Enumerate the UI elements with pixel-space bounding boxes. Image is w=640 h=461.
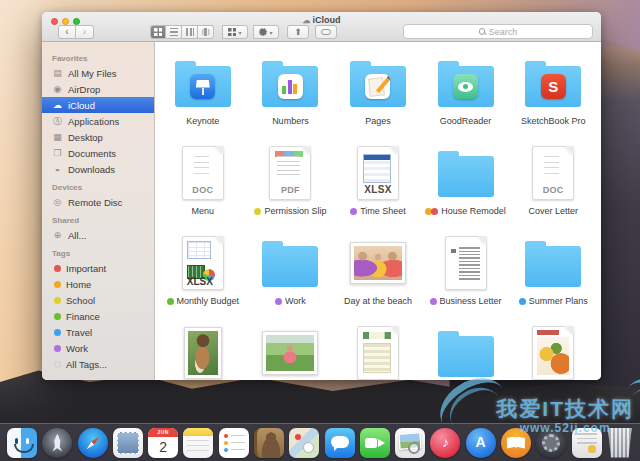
- document-icon: DOC: [532, 146, 574, 200]
- sidebar-item-all-tags[interactable]: All Tags...: [42, 356, 154, 372]
- file-item-menu[interactable]: DOCMenu: [159, 142, 247, 232]
- file-item-summer-plans[interactable]: Summer Plans: [509, 232, 597, 322]
- tag-dot-icon: [54, 265, 61, 272]
- dock-system-preferences-icon[interactable]: [536, 428, 566, 458]
- dock-itunes-icon[interactable]: ♪: [430, 428, 460, 458]
- sidebar-item-applications[interactable]: ⒶApplications: [42, 113, 154, 129]
- letter-document-icon: [445, 236, 487, 290]
- coverflow-view-button[interactable]: [198, 25, 214, 39]
- file-item-keynote[interactable]: Keynote: [159, 52, 247, 142]
- dock-reminders-icon[interactable]: [219, 428, 249, 458]
- file-label: Business Letter: [430, 296, 502, 306]
- column-view-button[interactable]: [182, 25, 198, 39]
- tags-button[interactable]: [315, 25, 337, 39]
- dock-facetime-icon[interactable]: [360, 428, 390, 458]
- sidebar-item-remote-disc[interactable]: ◎Remote Disc: [42, 194, 154, 210]
- dock-app-store-icon[interactable]: A: [466, 428, 496, 458]
- dock-launchpad-icon[interactable]: [42, 428, 72, 458]
- file-icon: [262, 52, 318, 114]
- file-item-sketchbook-pro[interactable]: SSketchBook Pro: [509, 52, 597, 142]
- dock-mail-icon[interactable]: [113, 428, 143, 458]
- downloads-icon: ◒: [52, 164, 63, 174]
- sidebar-item-all-my-files[interactable]: ▤All My Files: [42, 65, 154, 81]
- forward-button[interactable]: ›: [76, 25, 94, 39]
- dock-maps-icon[interactable]: [289, 428, 319, 458]
- file-name-text: Cover Letter: [528, 206, 578, 216]
- dock-calendar-icon[interactable]: JUN2: [148, 428, 178, 458]
- folder-icon: [525, 246, 581, 287]
- cloud-proxy-icon: ☁: [303, 16, 311, 25]
- sidebar-item-documents[interactable]: ❐Documents: [42, 145, 154, 161]
- file-item-day-at-the-beach[interactable]: Day at the beach: [334, 232, 422, 322]
- dock-notes-icon[interactable]: [183, 428, 213, 458]
- file-item-folder-cut[interactable]: [422, 322, 510, 380]
- sidebar-item-downloads[interactable]: ◒Downloads: [42, 161, 154, 177]
- file-name-text: Pages: [365, 116, 391, 126]
- file-item-cover-letter[interactable]: DOCCover Letter: [509, 142, 597, 232]
- list-view-button[interactable]: [166, 25, 182, 39]
- sidebar-item-desktop[interactable]: ▦Desktop: [42, 129, 154, 145]
- file-label: House Remodel: [425, 206, 506, 216]
- sidebar-item-work[interactable]: Work: [42, 340, 154, 356]
- file-item-local-catering-flyer[interactable]: [509, 322, 597, 380]
- sidebar-item-icloud[interactable]: ☁iCloud: [42, 97, 154, 113]
- file-item-permission-slip[interactable]: PDFPermission Slip: [247, 142, 335, 232]
- dock-downloads-stack-icon[interactable]: [572, 428, 602, 458]
- dock-messages-icon[interactable]: [325, 428, 355, 458]
- sidebar-item-travel[interactable]: Travel: [42, 324, 154, 340]
- action-menu-button[interactable]: ▾: [253, 25, 279, 39]
- remote-disc-icon: ◎: [52, 197, 63, 207]
- file-item-time-sheet[interactable]: XLSXTime Sheet: [334, 142, 422, 232]
- list-view-icon: [170, 28, 178, 36]
- sidebar-item-important[interactable]: Important: [42, 260, 154, 276]
- sidebar-item-school[interactable]: School: [42, 292, 154, 308]
- file-extension-label: PDF: [270, 185, 310, 195]
- app-folder-icon: S: [525, 66, 581, 107]
- arrange-menu-button[interactable]: ▾: [222, 25, 248, 39]
- icon-view-button[interactable]: [150, 25, 166, 39]
- file-item-photo-girl-field[interactable]: [247, 322, 335, 380]
- flyer-document-icon: [532, 326, 574, 380]
- letter-mark: [451, 249, 456, 253]
- sidebar-item-all[interactable]: ⊕All...: [42, 227, 154, 243]
- file-icon: XLSX: [182, 232, 224, 294]
- spreadsheet-icon: XLSX: [357, 146, 399, 200]
- sidebar-item-label: Home: [66, 279, 91, 290]
- spreadsheet-icon: [357, 326, 399, 380]
- keynote-app-icon: [190, 74, 215, 99]
- dock-safari-icon[interactable]: [78, 428, 108, 458]
- file-item-work[interactable]: Work: [247, 232, 335, 322]
- dock-trash-icon[interactable]: [607, 428, 633, 458]
- tag-dot-icon: [54, 329, 61, 336]
- sidebar-item-airdrop[interactable]: ◉AirDrop: [42, 81, 154, 97]
- sidebar-item-home[interactable]: Home: [42, 276, 154, 292]
- search-icon: [479, 28, 486, 35]
- file-item-photo-boy-dog[interactable]: [159, 322, 247, 380]
- file-name-text: House Remodel: [441, 206, 506, 216]
- file-item-pages[interactable]: Pages: [334, 52, 422, 142]
- cloud-icon: ☁: [52, 100, 63, 110]
- file-item-business-letter[interactable]: Business Letter: [422, 232, 510, 322]
- dock-contacts-icon[interactable]: [254, 428, 284, 458]
- sidebar: Favorites▤All My Files◉AirDrop☁iCloudⒶAp…: [42, 42, 155, 380]
- dock-preview-icon[interactable]: [395, 428, 425, 458]
- file-item-monthly-budget[interactable]: XLSXMonthly Budget: [159, 232, 247, 322]
- file-item-green-spreadsheet[interactable]: [334, 322, 422, 380]
- document-text-lines: [459, 247, 480, 281]
- photo-image: [266, 335, 314, 371]
- file-icon: [262, 232, 318, 294]
- sidebar-item-finance[interactable]: Finance: [42, 308, 154, 324]
- document-icon: DOC: [182, 146, 224, 200]
- search-field[interactable]: Search: [403, 24, 593, 39]
- document-text-lines: [277, 156, 300, 178]
- file-item-numbers[interactable]: Numbers: [247, 52, 335, 142]
- dock-ibooks-icon[interactable]: [501, 428, 531, 458]
- titlebar[interactable]: ☁iCloud ‹ › ▾ ▾ ⬆ Search: [42, 12, 601, 42]
- gear-icon: [259, 28, 267, 36]
- file-name-text: Menu: [192, 206, 215, 216]
- file-item-goodreader[interactable]: GoodReader: [422, 52, 510, 142]
- dock-finder-icon[interactable]: [7, 428, 37, 458]
- back-button[interactable]: ‹: [58, 25, 76, 39]
- file-item-house-remodel[interactable]: House Remodel: [422, 142, 510, 232]
- share-button[interactable]: ⬆: [287, 25, 309, 39]
